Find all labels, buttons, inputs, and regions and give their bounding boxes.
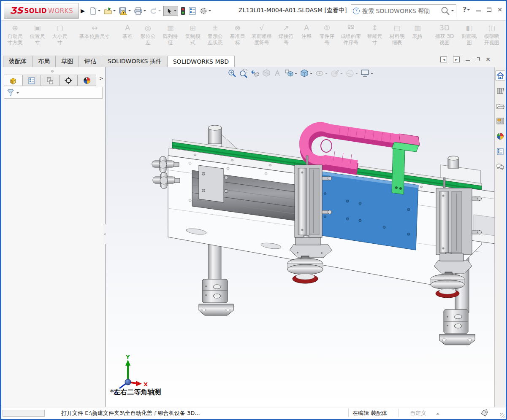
options-caret-icon[interactable] [209, 10, 211, 13]
select-tool-button[interactable] [163, 6, 178, 16]
location-dimension-button[interactable]: ▣位置尺 寸 [26, 22, 49, 46]
tag-icon[interactable] [480, 409, 489, 418]
tab-layout[interactable]: 布局 [32, 56, 56, 67]
print-caret-icon[interactable] [144, 10, 146, 13]
zoom-fit-icon[interactable] [227, 68, 237, 78]
tab-evaluate[interactable]: 评估 [79, 56, 102, 67]
view-palette-icon[interactable] [495, 116, 505, 126]
undo-caret-icon[interactable] [158, 10, 161, 13]
print-button[interactable] [133, 6, 147, 16]
doc-close-button[interactable]: ✕ [485, 56, 491, 63]
help-button[interactable]: ? [463, 5, 470, 13]
size-dimension-button[interactable]: ▢大小尺 寸 [49, 22, 71, 46]
appearances-scenes-icon[interactable] [495, 131, 505, 141]
close-button[interactable]: ✕ [497, 6, 502, 13]
surface-finish-button[interactable]: √表面粗糙 度符号 [249, 22, 275, 46]
search-icon[interactable] [440, 6, 450, 16]
panel-expand-chevron-icon[interactable]: > [99, 75, 103, 81]
hide-show-items-icon[interactable] [315, 68, 328, 78]
balloon-button[interactable]: ①零件序 号 [316, 22, 338, 46]
pane-left-icon[interactable]: ◄ [440, 57, 447, 62]
capture-3d-view-button[interactable]: 3D捕获 3D 视图 [431, 22, 458, 46]
feature-tree-tab[interactable] [4, 75, 23, 86]
minimize-button[interactable] [476, 8, 481, 11]
weld-symbol-button[interactable]: ↗焊接符 号 [275, 22, 297, 46]
view-orientation-icon[interactable] [284, 68, 298, 78]
tab-solidworks-mbd[interactable]: SOLIDWORKS MBD [167, 56, 235, 67]
title-bar: ƷS SOLIDWORKS ▶ ZL13L01-M00 [1, 1, 506, 20]
display-style-icon[interactable] [299, 68, 313, 78]
stacked-balloon-button[interactable]: ºº成组的零 件序号 [338, 22, 363, 46]
zoom-area-icon[interactable] [239, 68, 249, 78]
dimxpert-manager-tab[interactable] [59, 75, 78, 86]
view-settings-caret-icon[interactable] [371, 73, 373, 75]
undo-button[interactable] [149, 6, 162, 16]
new-caret-icon[interactable] [98, 10, 100, 13]
apply-scene-icon[interactable] [345, 68, 359, 78]
save-button[interactable] [118, 6, 132, 16]
actuator-carriage[interactable] [199, 165, 224, 202]
search-scope-caret-icon[interactable] [451, 10, 454, 13]
basic-location-dimension-button[interactable]: ↔基本位置尺寸 [71, 22, 118, 46]
doc-minimize-button[interactable] [466, 58, 470, 61]
geometric-tolerance-button[interactable]: ◎形位公 差 [137, 22, 159, 46]
home-tab-icon[interactable] [495, 70, 505, 81]
annotation-view-icon[interactable] [273, 68, 283, 78]
save-caret-icon[interactable] [128, 10, 131, 13]
display-manager-tab[interactable] [77, 75, 96, 86]
resize-grip-icon[interactable] [500, 413, 504, 417]
view-settings-icon[interactable] [360, 68, 374, 78]
open-button[interactable] [103, 6, 117, 16]
property-manager-tab[interactable] [22, 75, 41, 86]
section-view-icon[interactable] [261, 68, 271, 78]
configuration-manager-tab[interactable] [41, 75, 60, 86]
section-view-button[interactable]: ◧剖面视 图 [458, 22, 480, 46]
search-input[interactable] [361, 7, 440, 15]
datum-target-button[interactable]: ⊗基准目 标 [226, 22, 249, 46]
auto-dimension-scheme-button[interactable]: ⊕自动尺 寸方案 [4, 22, 26, 46]
hide-show-caret-icon[interactable] [325, 73, 328, 75]
selection-filter-toggle-icon[interactable] [180, 6, 186, 16]
display-style-caret-icon[interactable] [310, 73, 312, 75]
assembly-model[interactable]: Y X Z [106, 67, 494, 407]
bom-button[interactable]: ▤材料明 细表 [386, 22, 408, 46]
status-customize-button[interactable]: 自定义 [410, 409, 426, 417]
model-break-view-button[interactable]: ◫模型断 开视图 [480, 22, 503, 46]
design-library-icon[interactable] [495, 86, 505, 96]
previous-view-icon[interactable] [250, 68, 260, 78]
apply-scene-caret-icon[interactable] [355, 73, 358, 75]
menu-flyout-icon[interactable]: ▶ [81, 8, 85, 14]
new-document-button[interactable] [88, 6, 101, 16]
note-button[interactable]: A注释 [297, 22, 316, 40]
tables-button[interactable]: ▦表格 [408, 22, 427, 46]
tab-assembly[interactable]: 装配体 [3, 56, 33, 67]
datum-button[interactable]: A基准 [118, 22, 137, 40]
customize-caret-icon[interactable] [436, 411, 439, 415]
doc-restore-button[interactable] [476, 58, 480, 61]
options-gear-button[interactable] [199, 6, 212, 16]
select-caret-icon[interactable] [174, 10, 176, 13]
help-caret-icon[interactable] [467, 9, 470, 12]
filter-caret-icon[interactable] [16, 92, 19, 95]
edit-appearance-icon[interactable] [330, 68, 344, 78]
tab-addins[interactable]: SOLIDWORKS 插件 [102, 56, 168, 67]
tab-sketch[interactable]: 草图 [55, 56, 79, 67]
pattern-feature-button[interactable]: ▦阵列特 征 [159, 22, 182, 46]
show-tolerance-status-button[interactable]: ±显示公 差状态 [204, 22, 226, 46]
panel-grip-icon[interactable] [51, 70, 54, 73]
edit-appearance-caret-icon[interactable] [340, 73, 343, 75]
file-explorer-icon[interactable] [495, 101, 505, 111]
exploded-view-button[interactable]: ✶爆炸视 图 [503, 22, 507, 46]
smart-dimension-button[interactable]: ↕智能尺 寸 [363, 22, 386, 46]
open-caret-icon[interactable] [113, 10, 116, 13]
maximize-button[interactable] [487, 8, 491, 12]
copy-scheme-button[interactable]: ⊞复制模 式 [182, 22, 204, 46]
view-orientation-caret-icon[interactable] [295, 73, 297, 75]
filter-funnel-icon[interactable] [6, 89, 15, 97]
forum-icon[interactable] [495, 162, 505, 172]
graphics-viewport[interactable]: Y X Z *左右二等角轴测 [106, 67, 494, 407]
custom-properties-icon[interactable] [495, 146, 505, 156]
display-pane-button[interactable] [188, 6, 197, 16]
pane-right-icon[interactable]: ► [453, 57, 460, 62]
stacked-balloon-icon: ºº [338, 22, 363, 33]
